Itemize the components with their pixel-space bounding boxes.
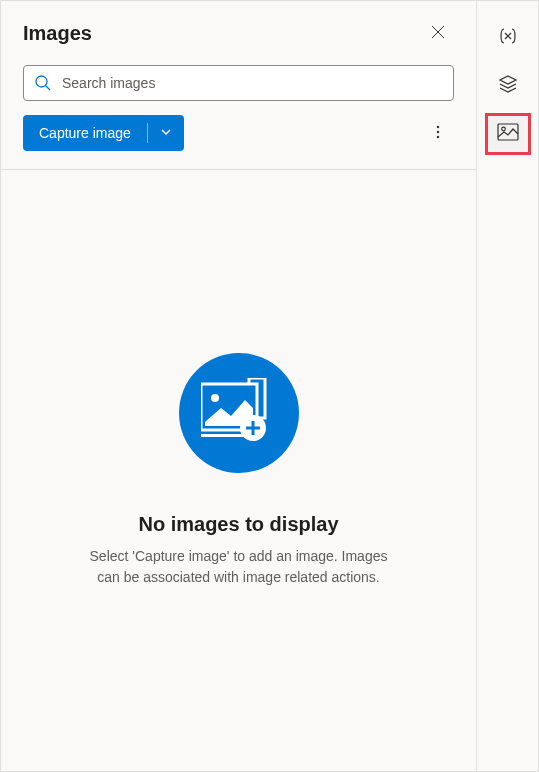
panel-header: Images — [1, 1, 476, 57]
layers-icon — [498, 74, 518, 98]
panel-title: Images — [23, 22, 92, 45]
close-icon — [431, 25, 445, 42]
svg-point-9 — [211, 394, 219, 402]
capture-image-dropdown[interactable] — [148, 115, 184, 151]
search-box[interactable] — [23, 65, 454, 101]
more-options-button[interactable] — [422, 117, 454, 149]
rail-item-layers[interactable] — [485, 65, 531, 107]
image-icon — [497, 123, 519, 145]
images-panel: Images Capture image — [0, 0, 477, 772]
svg-point-6 — [437, 135, 439, 137]
empty-state-illustration — [179, 353, 299, 473]
capture-image-button[interactable]: Capture image — [23, 115, 147, 151]
empty-state-title: No images to display — [138, 513, 338, 536]
svg-point-5 — [437, 130, 439, 132]
search-icon — [34, 74, 52, 92]
close-button[interactable] — [422, 17, 454, 49]
capture-image-split-button[interactable]: Capture image — [23, 115, 184, 151]
search-input[interactable] — [62, 75, 443, 91]
svg-marker-16 — [500, 76, 516, 84]
more-vertical-icon — [430, 124, 446, 143]
svg-point-4 — [437, 125, 439, 127]
side-rail — [477, 0, 539, 772]
svg-rect-17 — [498, 124, 518, 140]
image-add-icon — [201, 378, 277, 448]
search-container — [1, 57, 476, 115]
svg-point-2 — [36, 76, 47, 87]
empty-state-description: Select 'Capture image' to add an image. … — [79, 546, 399, 588]
svg-point-18 — [501, 127, 505, 131]
chevron-down-icon — [160, 126, 172, 141]
rail-item-variables[interactable] — [485, 17, 531, 59]
rail-item-images[interactable] — [485, 113, 531, 155]
svg-line-3 — [46, 86, 51, 91]
content-area: No images to display Select 'Capture ima… — [1, 169, 476, 771]
toolbar: Capture image — [1, 115, 476, 169]
variables-icon — [498, 26, 518, 50]
